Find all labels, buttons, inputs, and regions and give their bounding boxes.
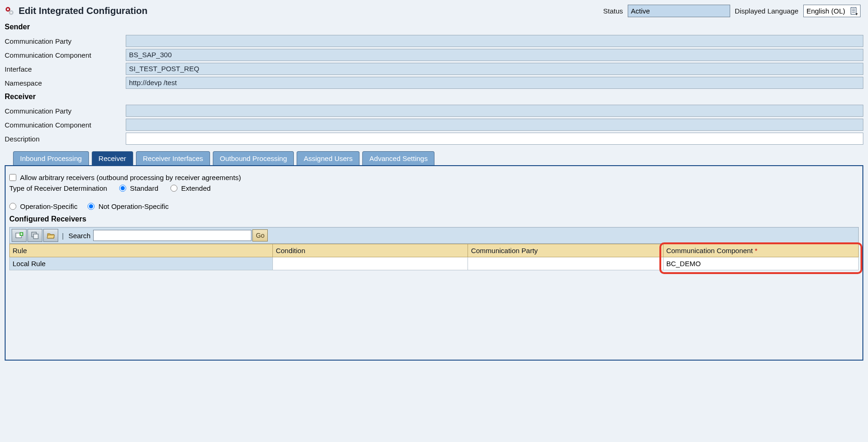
tab-assigned-users[interactable]: Assigned Users [297,151,359,165]
operation-specific-label: Operation-Specific [20,202,77,210]
standard-radio[interactable] [119,185,126,192]
add-row-button[interactable] [12,229,27,242]
add-icon [15,231,23,240]
not-operation-specific-label: Not Operation-Specific [98,202,169,210]
allow-arbitrary-checkbox[interactable] [9,174,16,181]
cell-rule[interactable]: Local Rule [10,257,273,270]
extended-label: Extended [181,184,210,192]
tab-body: Allow arbitrary receivers (outbound proc… [5,165,863,361]
description-field[interactable] [126,133,863,145]
tab-outbound-processing[interactable]: Outbound Processing [213,151,294,165]
col-condition[interactable]: Condition [273,244,468,257]
open-button[interactable] [43,229,58,242]
sender-namespace-field[interactable]: http://devp /test [126,77,863,89]
copy-row-button[interactable] [27,229,42,242]
search-label: Search [68,232,91,240]
description-label: Description [5,135,126,143]
page-title: Edit Integrated Configuration [19,6,148,16]
language-value: English (OL) [804,5,848,17]
type-determination-label: Type of Receiver Determination [9,184,107,192]
configured-receivers-heading: Configured Receivers [9,213,859,225]
tab-bar: Inbound Processing Receiver Receiver Int… [5,151,863,165]
status-field: Active [628,5,730,17]
toolbar-separator: | [59,232,67,240]
svg-point-1 [7,8,9,10]
configured-receivers-table: Rule Condition Communication Party Commu… [9,244,859,270]
sender-comm-comp-label: Communication Component [5,51,126,59]
col-comm-comp[interactable]: Communication Component * [663,244,858,257]
sender-interface-label: Interface [5,65,126,73]
folder-open-icon [47,231,55,240]
col-rule[interactable]: Rule [10,244,273,257]
receiver-comm-party-label: Communication Party [5,107,126,115]
receiver-heading: Receiver [5,91,863,103]
search-input[interactable] [93,230,251,241]
col-comm-party[interactable]: Communication Party [468,244,663,257]
col-comm-comp-label: Communication Component [666,247,753,254]
tab-inbound-processing[interactable]: Inbound Processing [13,151,89,165]
sender-comm-party-label: Communication Party [5,37,126,45]
copy-icon [31,231,39,240]
tab-receiver[interactable]: Receiver [92,151,133,165]
go-button[interactable]: Go [252,229,268,241]
extended-radio[interactable] [170,185,177,192]
cell-condition[interactable] [273,257,468,270]
svg-rect-14 [34,234,38,239]
receiver-comm-comp-label: Communication Component [5,121,126,129]
sender-heading: Sender [5,21,863,33]
standard-label: Standard [130,184,158,192]
allow-arbitrary-label: Allow arbitrary receivers (outbound proc… [20,174,241,181]
table-row[interactable]: Local Rule BC_DEMO [10,257,859,270]
document-icon [850,7,858,15]
operation-specific-radio[interactable] [9,203,16,210]
receiver-comm-comp-field[interactable] [126,119,863,131]
language-label: Displayed Language [735,7,799,15]
svg-point-3 [10,11,12,13]
language-selector[interactable]: English (OL) [803,5,861,17]
tab-advanced-settings[interactable]: Advanced Settings [362,151,434,165]
receiver-comm-party-field[interactable] [126,105,863,117]
sender-interface-field[interactable]: SI_TEST_POST_REQ [126,63,863,75]
tab-receiver-interfaces[interactable]: Receiver Interfaces [136,151,210,165]
status-label: Status [603,7,623,15]
sender-comm-comp-field[interactable]: BS_SAP_300 [126,49,863,61]
config-icon [5,6,15,16]
sender-comm-party-field[interactable] [126,35,863,47]
not-operation-specific-radio[interactable] [88,203,95,210]
sender-namespace-label: Namespace [5,79,126,87]
configured-receivers-toolbar: | Search Go [9,227,859,244]
required-star: * [755,247,758,254]
cell-comm-party[interactable] [468,257,663,270]
cell-comm-comp[interactable]: BC_DEMO [663,257,858,270]
